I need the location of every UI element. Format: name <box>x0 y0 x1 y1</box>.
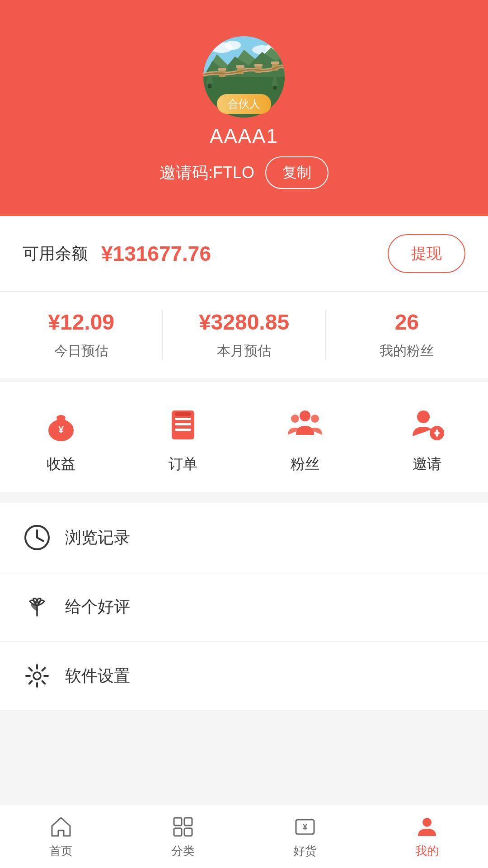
home-icon <box>48 814 74 840</box>
invite-row: 邀请码:FTLO 复制 <box>160 156 328 189</box>
svg-rect-27 <box>175 412 191 416</box>
nav-categories[interactable]: 分类 <box>122 814 244 859</box>
menu-browse-history[interactable]: 浏览记录 <box>0 503 488 572</box>
bottom-spacer <box>0 711 488 783</box>
balance-section: 可用余额 ¥131677.76 提现 <box>0 216 488 292</box>
rate-us-label: 给个好评 <box>65 596 130 618</box>
stat-month-value: ¥3280.85 <box>199 310 289 335</box>
stat-fans-label: 我的粉丝 <box>380 342 434 360</box>
svg-rect-39 <box>174 818 182 826</box>
gear-icon <box>23 661 52 690</box>
user-icon <box>414 814 440 840</box>
action-orders-label: 订单 <box>169 454 197 474</box>
action-orders[interactable]: 订单 <box>122 405 244 474</box>
svg-point-38 <box>33 672 41 679</box>
profile-header: 合伙人 AAAA1 邀请码:FTLO 复制 <box>0 0 488 216</box>
nav-deals-label: 好货 <box>293 843 317 859</box>
svg-rect-24 <box>175 418 191 420</box>
actions-section: ¥ 收益 订单 <box>0 382 488 496</box>
svg-point-45 <box>422 818 432 827</box>
order-list-icon <box>163 405 203 445</box>
stat-today-value: ¥12.09 <box>48 310 114 335</box>
svg-point-30 <box>311 415 319 423</box>
stat-fans: 26 我的粉丝 <box>325 310 488 360</box>
action-fans-label: 粉丝 <box>291 454 319 474</box>
clock-icon <box>23 523 52 552</box>
svg-rect-17 <box>254 64 263 66</box>
svg-rect-41 <box>174 828 182 836</box>
menu-settings[interactable]: 软件设置 <box>0 642 488 711</box>
svg-rect-34 <box>436 429 438 437</box>
bottom-navigation: 首页 分类 ¥ 好货 我的 <box>0 805 488 868</box>
action-revenue[interactable]: ¥ 收益 <box>0 405 122 474</box>
nav-home-label: 首页 <box>49 843 73 859</box>
svg-point-21 <box>56 415 66 420</box>
nav-profile-label: 我的 <box>415 843 439 859</box>
menu-section: 浏览记录 给个好评 <box>0 503 488 711</box>
svg-rect-15 <box>236 65 244 68</box>
action-invite-label: 邀请 <box>413 454 441 474</box>
svg-rect-13 <box>218 68 226 71</box>
nav-deals[interactable]: ¥ 好货 <box>244 814 366 859</box>
settings-label: 软件设置 <box>65 665 130 687</box>
balance-amount: ¥131677.76 <box>101 241 211 266</box>
stats-section: ¥12.09 今日预估 ¥3280.85 本月预估 26 我的粉丝 <box>0 292 488 382</box>
svg-point-2 <box>225 41 241 50</box>
nav-profile[interactable]: 我的 <box>366 814 488 859</box>
stat-month-label: 本月预估 <box>217 342 271 360</box>
stat-month: ¥3280.85 本月预估 <box>162 310 325 360</box>
grid-icon <box>170 814 196 840</box>
svg-point-28 <box>300 410 310 421</box>
svg-text:¥: ¥ <box>58 424 64 435</box>
money-bag-icon: ¥ <box>41 405 81 445</box>
menu-rate[interactable]: 给个好评 <box>0 572 488 642</box>
flower-icon <box>23 592 52 621</box>
svg-rect-19 <box>271 61 279 64</box>
browse-history-label: 浏览记录 <box>65 527 130 549</box>
nav-home[interactable]: 首页 <box>0 814 122 859</box>
withdraw-button[interactable]: 提现 <box>388 234 465 273</box>
balance-info: 可用余额 ¥131677.76 <box>23 241 211 266</box>
coupon-icon: ¥ <box>292 814 318 840</box>
invite-icon <box>407 405 447 445</box>
action-fans[interactable]: 粉丝 <box>244 405 366 474</box>
copy-button[interactable]: 复制 <box>265 156 328 189</box>
divider <box>0 496 488 503</box>
partner-badge: 合伙人 <box>217 94 271 114</box>
fans-icon <box>285 405 325 445</box>
nav-categories-label: 分类 <box>171 843 195 859</box>
svg-line-37 <box>37 538 43 541</box>
svg-rect-25 <box>175 423 191 425</box>
svg-rect-26 <box>175 429 191 431</box>
svg-rect-42 <box>184 828 192 836</box>
stat-today-label: 今日预估 <box>54 342 108 360</box>
action-invite[interactable]: 邀请 <box>366 405 488 474</box>
svg-point-29 <box>291 415 299 423</box>
stat-fans-value: 26 <box>395 310 419 335</box>
svg-text:¥: ¥ <box>303 822 307 831</box>
action-revenue-label: 收益 <box>47 454 75 474</box>
svg-point-31 <box>417 410 430 423</box>
avatar-container: 合伙人 <box>203 36 285 118</box>
balance-label: 可用余额 <box>23 243 88 265</box>
invite-code: 邀请码:FTLO <box>160 162 254 184</box>
username: AAAA1 <box>210 125 278 147</box>
svg-rect-40 <box>184 818 192 826</box>
stat-today: ¥12.09 今日预估 <box>0 310 162 360</box>
